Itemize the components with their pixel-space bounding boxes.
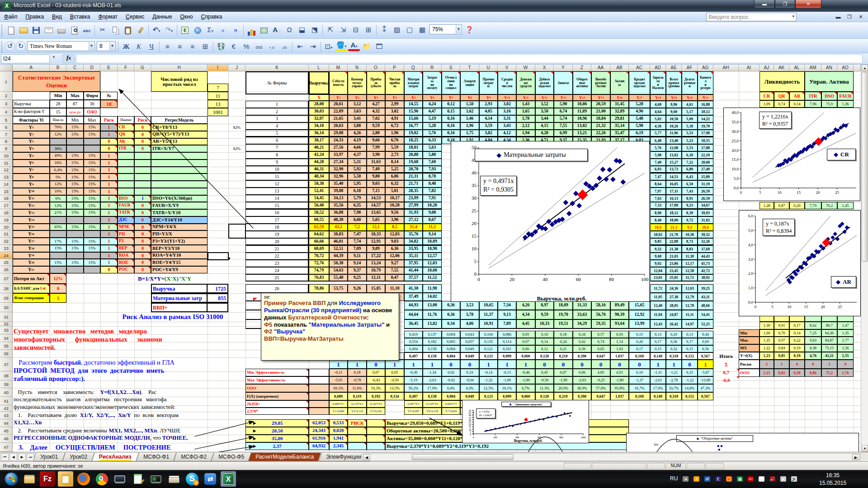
cell[interactable]: 33,95 bbox=[404, 245, 423, 253]
cell[interactable]: 9,13 bbox=[498, 310, 516, 319]
cell[interactable]: 0,15 bbox=[629, 331, 650, 338]
menu-Правка[interactable]: Правка bbox=[22, 12, 48, 22]
cell[interactable]: 0,004 bbox=[442, 392, 460, 400]
cell[interactable]: -0,14 bbox=[479, 369, 498, 376]
cell[interactable]: 82% bbox=[228, 145, 245, 152]
factor-Y9[interactable]: Y9 bbox=[13, 181, 50, 188]
cell[interactable]: 6,19 bbox=[629, 130, 650, 137]
cell[interactable]: 6,03 bbox=[650, 166, 666, 173]
cell[interactable]: 3,96 bbox=[385, 216, 404, 224]
cell[interactable]: МХ bbox=[739, 344, 760, 352]
cell[interactable]: Y7 bbox=[442, 94, 460, 101]
cell[interactable]: 1,62 bbox=[460, 108, 479, 115]
cell[interactable]: BEP bbox=[118, 245, 134, 252]
cell[interactable]: 15% bbox=[84, 131, 100, 138]
cell[interactable]: 1,35 bbox=[837, 329, 854, 337]
cell[interactable] bbox=[134, 160, 151, 167]
cell[interactable]: 9,14 bbox=[423, 231, 442, 238]
cell[interactable]: 12% bbox=[50, 273, 66, 284]
cell[interactable]: 0,14 bbox=[535, 338, 554, 345]
dec-indent-icon[interactable]: ⇤ bbox=[294, 41, 306, 52]
column-header-F[interactable]: F bbox=[118, 65, 134, 71]
menu-Сервис[interactable]: Сервис bbox=[122, 12, 148, 22]
cell[interactable]: 0 bbox=[554, 360, 573, 369]
cell[interactable]: 6% bbox=[50, 195, 66, 202]
cell[interactable]: Y9 bbox=[479, 94, 498, 101]
cell[interactable]: РП bbox=[118, 230, 134, 238]
cell[interactable]: 2,73 bbox=[385, 151, 404, 159]
column-header-O[interactable]: O bbox=[367, 65, 385, 71]
cell[interactable]: 4,37 bbox=[348, 151, 367, 159]
cell[interactable]: 1 bbox=[821, 360, 837, 369]
cell[interactable]: 4,66 bbox=[348, 144, 367, 151]
cell[interactable]: 1 bbox=[666, 360, 682, 369]
sheet-tab-МСФО-Ф5[interactable]: МСФО-Ф5 bbox=[211, 453, 251, 461]
cell[interactable] bbox=[84, 252, 100, 259]
cell[interactable]: CR=Y8/Y13 bbox=[151, 124, 208, 131]
cell[interactable]: 8,91 bbox=[682, 195, 698, 202]
vertical-scrollbar[interactable]: ▲▼ bbox=[861, 65, 868, 452]
cell[interactable]: 1 bbox=[134, 195, 151, 202]
column-header-AL[interactable]: AL bbox=[789, 65, 805, 71]
cell[interactable]: 12,92 bbox=[629, 310, 650, 319]
cell[interactable] bbox=[309, 400, 329, 408]
cell[interactable]: 15% bbox=[84, 259, 100, 266]
chart-ar[interactable]: 0,01,02,03,04,05,06,00510152025◆ARy = 0,… bbox=[739, 210, 861, 316]
cell[interactable] bbox=[66, 252, 84, 259]
row-header-44[interactable]: 44 bbox=[0, 419, 13, 427]
cell[interactable]: -1,32 bbox=[479, 376, 498, 384]
cell[interactable]: 0,099 bbox=[498, 352, 516, 360]
cell[interactable]: 57,0% bbox=[591, 384, 610, 392]
cell[interactable]: 0 bbox=[134, 245, 151, 252]
cell[interactable]: 35,40 bbox=[329, 180, 348, 188]
cell[interactable]: Y11 bbox=[516, 94, 535, 101]
print-icon[interactable] bbox=[56, 24, 67, 36]
cell[interactable]: 4,91 bbox=[385, 115, 404, 122]
forward-icon[interactable]: ↻ bbox=[16, 41, 26, 51]
cell[interactable]: Р3=Y3/(Y1+Y2) bbox=[151, 238, 208, 245]
cell[interactable]: Y2 bbox=[348, 94, 367, 101]
cell[interactable]: 13,40 bbox=[666, 137, 682, 144]
cell[interactable]: 9,3 bbox=[682, 224, 698, 231]
cell[interactable]: 11,72 bbox=[650, 284, 666, 293]
cell[interactable]: 38,92 bbox=[698, 274, 713, 282]
cell[interactable]: 52,25 bbox=[698, 319, 713, 329]
chart-cr[interactable]: 0,05,010,015,020,025,030,035,040,0051015… bbox=[723, 108, 860, 201]
cell[interactable]: 34,29 bbox=[573, 319, 591, 329]
omega-icon[interactable]: Ω bbox=[283, 24, 295, 36]
cell[interactable]: 15% bbox=[84, 238, 100, 245]
cell[interactable]: 0,16 bbox=[442, 130, 460, 137]
cell[interactable]: 35,56 bbox=[329, 202, 348, 209]
cell[interactable]: -2,93 bbox=[573, 376, 591, 384]
cell[interactable]: 18 bbox=[100, 100, 118, 108]
cell[interactable]: -1,34 bbox=[423, 369, 442, 376]
cell[interactable]: 42,72 bbox=[698, 267, 713, 274]
factor-Y18[interactable]: Y18 bbox=[13, 245, 50, 252]
new-icon[interactable] bbox=[5, 24, 17, 36]
cell[interactable]: 49% bbox=[50, 152, 66, 160]
cell[interactable]: 15,85 bbox=[367, 284, 385, 293]
cell[interactable]: 0,65 bbox=[591, 345, 610, 352]
cell[interactable]: 9,66 bbox=[367, 137, 385, 144]
cell[interactable]: 35,14 bbox=[610, 122, 629, 130]
column-header-AJ[interactable]: AJ bbox=[760, 65, 774, 71]
cell[interactable]: 0,39 bbox=[573, 345, 591, 352]
row-header-4[interactable]: 4 bbox=[0, 108, 13, 116]
cell[interactable]: 82% bbox=[228, 124, 245, 131]
cell[interactable]: 44,64 bbox=[404, 310, 423, 319]
cell[interactable]: 0,44 bbox=[698, 331, 713, 338]
col-R-header[interactable]: Затратынаоплату bbox=[423, 71, 442, 94]
cell[interactable]: 0,043 bbox=[460, 331, 479, 338]
cell[interactable]: -1,80 bbox=[610, 376, 629, 384]
cell[interactable]: 5,25 bbox=[385, 166, 404, 173]
cell[interactable]: 0,13 bbox=[650, 331, 666, 338]
cell[interactable]: 0 bbox=[460, 360, 479, 369]
taskbar-printer[interactable] bbox=[166, 471, 182, 487]
cell[interactable] bbox=[50, 138, 66, 145]
cell[interactable]: 0,93 bbox=[610, 331, 629, 338]
cell[interactable]: 10,1% bbox=[498, 384, 516, 392]
cell[interactable]: 0,15 bbox=[682, 345, 698, 352]
cell[interactable]: 29,81 bbox=[610, 115, 629, 122]
cell[interactable]: Риск bbox=[100, 116, 118, 124]
sheet-tab-РискАнализ[interactable]: РискАнализ bbox=[92, 453, 139, 461]
